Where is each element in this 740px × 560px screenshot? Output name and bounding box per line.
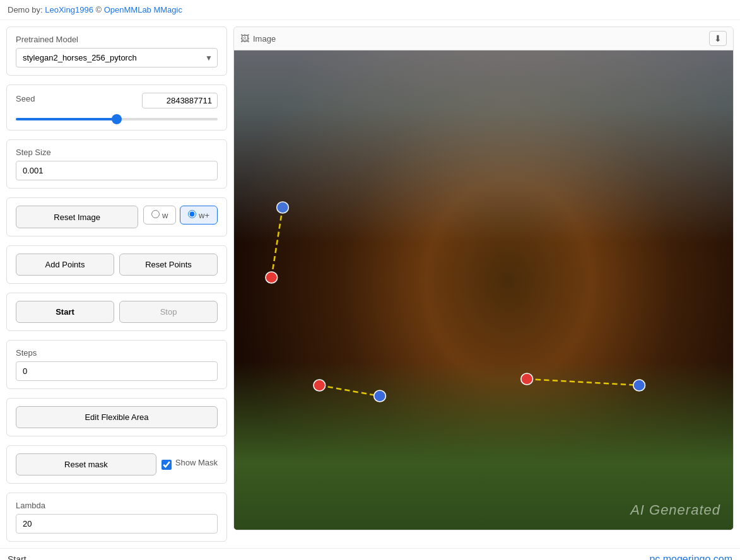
image-panel: 🖼 Image ⬇ — [233, 26, 734, 530]
svg-line-1 — [319, 385, 380, 396]
download-button[interactable]: ⬇ — [709, 31, 727, 46]
drawing-overlay — [234, 50, 733, 530]
add-points-button[interactable]: Add Points — [16, 254, 114, 276]
svg-line-0 — [271, 207, 283, 277]
seed-section: Seed — [6, 85, 227, 131]
start-stop-row: Start Stop — [16, 301, 218, 323]
start-stop-section: Start Stop — [6, 293, 227, 331]
steps-section: Steps — [6, 340, 227, 389]
reset-radio-section: Reset Image w w+ — [6, 197, 227, 236]
footer-site-link[interactable]: pc.mogeringo.com — [649, 554, 732, 560]
top-bar: Demo by: LeoXing1996 © OpenMMLab MMagic — [0, 0, 740, 20]
mask-section: Reset mask Show Mask — [6, 445, 227, 484]
model-label: Pretrained Model — [16, 35, 218, 44]
model-select[interactable]: stylegan2_horses_256_pytorch — [16, 48, 218, 67]
steps-input[interactable] — [16, 361, 218, 381]
svg-point-5 — [633, 380, 645, 391]
image-icon: 🖼 — [240, 33, 249, 44]
model-dropdown-wrapper: stylegan2_horses_256_pytorch ▼ — [16, 48, 218, 67]
reset-mask-button[interactable]: Reset mask — [16, 453, 156, 475]
canvas-area[interactable]: AI Generated — [234, 50, 733, 530]
seed-input[interactable] — [142, 93, 218, 108]
radio-wplus-input[interactable] — [188, 210, 196, 218]
show-mask-checkbox[interactable] — [162, 460, 172, 470]
points-section: Add Points Reset Points — [6, 245, 227, 284]
stop-button[interactable]: Stop — [119, 301, 218, 323]
svg-point-8 — [521, 373, 533, 385]
svg-point-7 — [314, 380, 326, 391]
svg-line-2 — [527, 379, 639, 385]
radio-group: w w+ — [143, 206, 218, 228]
points-btn-row: Add Points Reset Points — [16, 254, 218, 276]
radio-w-option[interactable]: w — [143, 206, 176, 225]
horse-background — [234, 50, 733, 530]
demo-by-label: Demo by: — [8, 5, 45, 15]
radio-w-label: w — [162, 211, 168, 220]
svg-point-4 — [374, 390, 386, 402]
seed-label: Seed — [16, 94, 35, 103]
lib-link[interactable]: OpenMMLab MMagic — [104, 5, 182, 15]
main-layout: Pretrained Model stylegan2_horses_256_py… — [0, 20, 740, 548]
footer-bar: Start pc.mogeringo.com — [0, 548, 740, 560]
radio-w-input[interactable] — [151, 210, 160, 218]
show-mask-label: Show Mask — [175, 458, 218, 467]
svg-point-6 — [266, 272, 278, 283]
mask-row: Reset mask Show Mask — [16, 453, 218, 475]
image-panel-title: 🖼 Image — [240, 33, 276, 44]
lambda-label: Lambda — [16, 501, 218, 510]
lambda-input[interactable] — [16, 514, 218, 534]
footer-label: Start — [8, 554, 26, 560]
svg-point-3 — [277, 202, 289, 213]
stepsize-section: Step Size — [6, 139, 227, 189]
steps-label: Steps — [16, 348, 218, 358]
edit-flexible-button[interactable]: Edit Flexible Area — [16, 406, 218, 428]
reset-radio-row: Reset Image w w+ — [16, 206, 218, 228]
stepsize-input[interactable] — [16, 161, 218, 180]
image-panel-label: Image — [253, 34, 276, 44]
sidebar: Pretrained Model stylegan2_horses_256_py… — [6, 26, 227, 542]
copyright-symbol: © — [93, 5, 104, 15]
stepsize-label: Step Size — [16, 148, 218, 157]
reset-points-button[interactable]: Reset Points — [119, 254, 218, 276]
flexible-area-section: Edit Flexible Area — [6, 398, 227, 436]
model-section: Pretrained Model stylegan2_horses_256_py… — [6, 26, 227, 76]
lambda-section: Lambda — [6, 493, 227, 542]
radio-wplus-label: w+ — [199, 211, 209, 220]
radio-wplus-option[interactable]: w+ — [180, 206, 218, 225]
image-panel-header: 🖼 Image ⬇ — [234, 27, 733, 50]
show-mask-row: Show Mask — [162, 453, 218, 475]
start-button[interactable]: Start — [16, 301, 114, 323]
reset-image-button[interactable]: Reset Image — [16, 206, 138, 228]
seed-slider[interactable] — [16, 118, 218, 120]
seed-row: Seed — [16, 93, 218, 108]
author-link[interactable]: LeoXing1996 — [45, 5, 93, 15]
